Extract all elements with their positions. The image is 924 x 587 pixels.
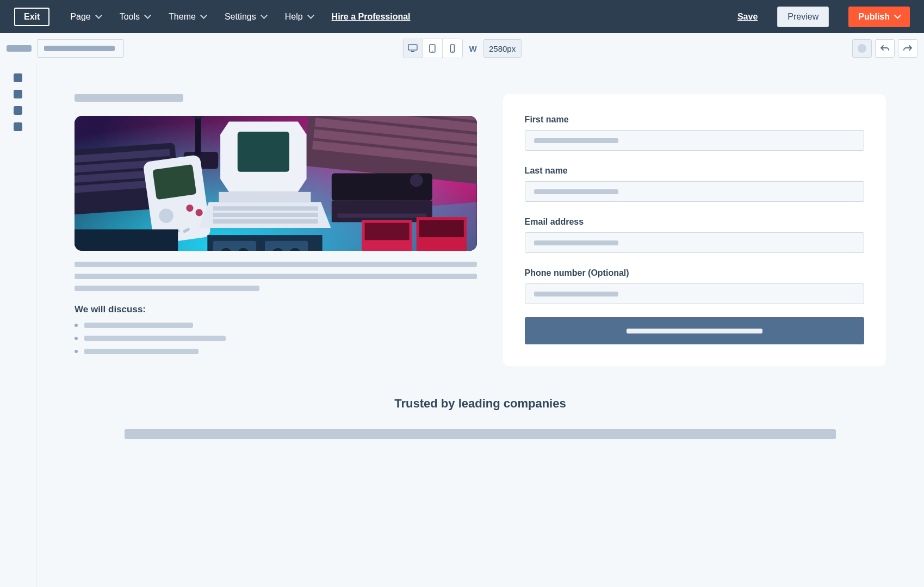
device-toggle-group <box>402 39 462 58</box>
publish-button-label: Publish <box>858 12 890 22</box>
chevron-down-icon <box>261 12 268 19</box>
workspace: We will discuss: First name Last name <box>0 64 924 587</box>
hero-left-column: We will discuss: <box>75 94 477 366</box>
svg-rect-50 <box>265 241 308 251</box>
retro-computer-illustration <box>75 116 477 251</box>
preview-button[interactable]: Preview <box>777 7 829 27</box>
side-rail-item-2[interactable] <box>14 90 22 98</box>
hero-right-column: First name Last name Email address Phone… <box>503 94 886 366</box>
paragraph-skeleton <box>75 262 477 291</box>
svg-point-3 <box>432 51 433 52</box>
exit-button[interactable]: Exit <box>14 8 49 26</box>
workspace-tab-skeleton <box>7 45 32 52</box>
svg-rect-36 <box>213 213 318 217</box>
redo-icon <box>903 45 912 52</box>
svg-point-40 <box>410 174 423 187</box>
form-submit-button[interactable] <box>525 317 864 344</box>
phone-field[interactable] <box>525 283 864 304</box>
email-label: Email address <box>525 217 864 227</box>
menu-theme[interactable]: Theme <box>169 12 206 22</box>
chevron-down-icon <box>894 12 901 19</box>
first-name-label: First name <box>525 115 864 125</box>
svg-rect-33 <box>219 192 311 202</box>
menu-settings-label: Settings <box>225 12 256 22</box>
svg-point-5 <box>452 51 453 52</box>
side-rail-item-1[interactable] <box>14 73 22 82</box>
svg-rect-25 <box>152 164 196 200</box>
status-indicator-button[interactable] <box>852 39 872 58</box>
page-title-input[interactable] <box>37 39 124 58</box>
page-canvas[interactable]: We will discuss: First name Last name <box>36 64 924 477</box>
svg-rect-37 <box>213 219 318 224</box>
menu-theme-label: Theme <box>169 12 196 22</box>
last-name-label: Last name <box>525 166 864 176</box>
discuss-heading: We will discuss: <box>75 304 477 315</box>
menu-help-label: Help <box>285 12 303 22</box>
canvas-width-input[interactable]: 2580px <box>483 39 522 58</box>
save-link[interactable]: Save <box>737 12 758 22</box>
mobile-icon <box>449 44 455 53</box>
device-desktop-button[interactable] <box>403 39 423 58</box>
device-tablet-button[interactable] <box>423 39 442 58</box>
menu-page-label: Page <box>70 12 90 22</box>
status-dot-icon <box>858 44 866 53</box>
last-name-field[interactable] <box>525 181 864 202</box>
svg-rect-43 <box>365 223 410 240</box>
width-label: W <box>469 44 476 53</box>
chevron-down-icon <box>144 12 151 19</box>
first-name-field[interactable] <box>525 130 864 151</box>
phone-label: Phone number (Optional) <box>525 268 864 278</box>
chevron-down-icon <box>200 12 207 19</box>
menu-tools[interactable]: Tools <box>120 12 150 22</box>
tablet-icon <box>429 44 436 53</box>
svg-rect-35 <box>213 206 318 211</box>
company-logos-skeleton <box>125 429 836 439</box>
redo-button[interactable] <box>898 39 917 58</box>
svg-rect-0 <box>408 45 417 50</box>
side-rail-item-3[interactable] <box>14 106 22 115</box>
email-field[interactable] <box>525 232 864 253</box>
hire-professional-link[interactable]: Hire a Professional <box>332 12 411 22</box>
chevron-down-icon <box>307 12 314 19</box>
svg-rect-41 <box>337 213 426 218</box>
device-mobile-button[interactable] <box>442 39 462 58</box>
menu-help[interactable]: Help <box>285 12 313 22</box>
undo-button[interactable] <box>875 39 895 58</box>
trusted-heading: Trusted by leading companies <box>75 397 886 411</box>
secondary-toolbar: W 2580px <box>0 33 924 64</box>
menu-bar: Page Tools Theme Settings Help Hire a Pr… <box>70 12 410 22</box>
svg-rect-45 <box>419 220 464 237</box>
svg-rect-1 <box>411 51 414 52</box>
canvas-scroll-area[interactable]: We will discuss: First name Last name <box>36 64 924 587</box>
discuss-bullet <box>75 323 477 328</box>
top-nav: Exit Page Tools Theme Settings Help Hire… <box>0 0 924 33</box>
discuss-bullets <box>75 323 477 354</box>
hero-two-column: We will discuss: First name Last name <box>75 94 886 366</box>
menu-page[interactable]: Page <box>70 12 101 22</box>
chevron-down-icon <box>95 12 102 19</box>
desktop-icon <box>408 44 418 53</box>
svg-rect-22 <box>195 116 201 155</box>
side-rail-item-4[interactable] <box>14 122 22 131</box>
side-rail <box>0 64 36 587</box>
svg-rect-32 <box>238 132 289 172</box>
hero-image <box>75 116 477 251</box>
svg-rect-53 <box>75 230 178 251</box>
discuss-bullet <box>75 349 477 354</box>
menu-settings[interactable]: Settings <box>225 12 266 22</box>
lead-form-card: First name Last name Email address Phone… <box>503 94 886 366</box>
discuss-bullet <box>75 336 477 341</box>
title-skeleton <box>75 94 183 102</box>
svg-rect-47 <box>213 241 256 251</box>
menu-tools-label: Tools <box>120 12 140 22</box>
undo-icon <box>880 45 889 52</box>
publish-button[interactable]: Publish <box>848 7 910 27</box>
